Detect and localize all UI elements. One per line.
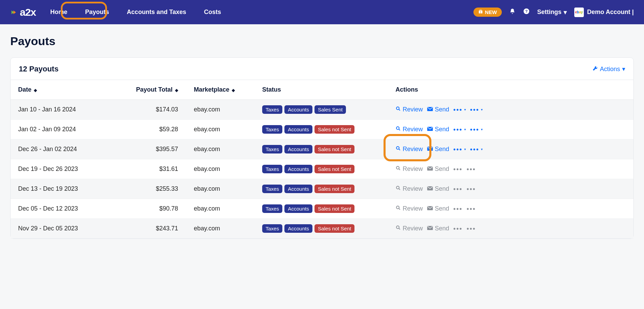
review-button[interactable]: Review	[395, 126, 423, 133]
more-menu-2: •••	[467, 166, 476, 173]
chevron-down-icon: ▾	[464, 108, 466, 111]
settings-label: Settings	[537, 9, 562, 16]
more-menu-1: •••	[453, 166, 462, 173]
table-row: Dec 05 - Dec 12 2023$90.78ebay.comTaxesA…	[11, 199, 633, 219]
main: Payouts 12 Payouts Actions ▾ Date ◆ Payo…	[0, 24, 644, 249]
help-icon[interactable]: ?	[523, 8, 530, 16]
cell-total: $255.33	[120, 179, 188, 199]
svg-line-22	[399, 189, 400, 190]
status-taxes: Taxes	[262, 165, 282, 173]
more-menu-2[interactable]: ••• ▾	[470, 106, 483, 113]
col-status: Status	[257, 80, 390, 100]
account-switcher[interactable]: ebay Demo Account |	[574, 8, 634, 17]
card-header: 12 Payouts Actions ▾	[11, 58, 633, 80]
sort-icon: ◆	[231, 88, 235, 93]
status-accounts: Accounts	[284, 204, 312, 213]
cell-date: Nov 29 - Dec 05 2023	[11, 219, 120, 239]
mail-icon	[427, 165, 433, 173]
wrench-icon	[592, 66, 598, 73]
status-taxes: Taxes	[262, 204, 282, 213]
status-accounts: Accounts	[284, 105, 312, 114]
more-menu-2[interactable]: ••• ▾	[470, 126, 483, 133]
cell-status: TaxesAccountsSales not Sent	[257, 179, 390, 199]
send-button[interactable]: Send	[427, 146, 449, 153]
table-row: Nov 29 - Dec 05 2023$243.71ebay.comTaxes…	[11, 219, 633, 239]
svg-point-18	[397, 166, 399, 169]
more-menu-1[interactable]: ••• ▾	[453, 106, 466, 113]
cell-date: Dec 19 - Dec 26 2023	[11, 159, 120, 179]
nav-costs[interactable]: Costs	[200, 6, 225, 18]
nav-accounts-taxes[interactable]: Accounts and Taxes	[123, 6, 190, 18]
search-icon	[395, 225, 401, 232]
settings-dropdown[interactable]: Settings ▾	[537, 9, 567, 16]
cell-date: Dec 26 - Jan 02 2024	[11, 139, 120, 159]
more-menu-1: •••	[453, 186, 462, 192]
cell-marketplace: ebay.com	[188, 219, 257, 239]
send-button[interactable]: Send	[427, 106, 449, 113]
cell-marketplace: ebay.com	[188, 139, 257, 159]
chevron-down-icon: ▾	[622, 65, 625, 73]
cell-actions: Review Send••• ▾••• ▾	[390, 139, 633, 159]
status-taxes: Taxes	[262, 145, 282, 153]
col-total[interactable]: Payout Total ◆	[120, 80, 188, 100]
card-title: 12 Payouts	[19, 65, 58, 73]
account-name: Demo Account |	[587, 9, 634, 16]
more-menu-1[interactable]: ••• ▾	[453, 126, 466, 133]
logo-text: a2x	[20, 6, 36, 18]
sort-icon: ◆	[174, 88, 178, 93]
table-row: Dec 26 - Jan 02 2024$395.57ebay.comTaxes…	[11, 139, 633, 159]
review-button[interactable]: Review	[395, 106, 423, 113]
mail-icon	[427, 185, 433, 192]
status-sales-sent: Sales Sent	[314, 105, 346, 114]
status-accounts: Accounts	[284, 165, 312, 173]
cell-marketplace: ebay.com	[188, 199, 257, 219]
status-accounts: Accounts	[284, 185, 312, 193]
svg-point-12	[397, 127, 399, 130]
status-sales-not-sent: Sales not Sent	[314, 185, 355, 193]
cell-total: $174.03	[120, 100, 188, 120]
col-marketplace[interactable]: Marketplace ◆	[188, 80, 257, 100]
col-actions: Actions	[390, 80, 633, 100]
send-button: Send	[427, 185, 449, 192]
svg-line-28	[399, 228, 400, 229]
notifications-icon[interactable]	[509, 8, 515, 16]
cell-date: Jan 02 - Jan 09 2024	[11, 120, 120, 139]
logo[interactable]: a2x	[10, 6, 36, 18]
more-menu-2: •••	[467, 225, 476, 232]
review-button[interactable]: Review	[395, 146, 423, 153]
send-button[interactable]: Send	[427, 126, 449, 133]
page-title: Payouts	[10, 35, 634, 48]
svg-line-19	[399, 169, 400, 170]
nav-right: NEW ? Settings ▾ ebay Demo Account |	[473, 8, 634, 17]
status-accounts: Accounts	[284, 145, 312, 153]
cell-status: TaxesAccountsSales not Sent	[257, 139, 390, 159]
more-menu-1[interactable]: ••• ▾	[453, 146, 466, 153]
new-badge[interactable]: NEW	[473, 8, 502, 17]
search-icon	[395, 165, 401, 173]
table-row: Jan 10 - Jan 16 2024$174.03ebay.comTaxes…	[11, 100, 633, 120]
chevron-down-icon: ▾	[564, 9, 567, 16]
payouts-table: Date ◆ Payout Total ◆ Marketplace ◆ Stat…	[11, 80, 633, 239]
more-menu-2[interactable]: ••• ▾	[470, 146, 483, 153]
cell-actions: Review Send••• ▾••• ▾	[390, 120, 633, 139]
table-row: Dec 19 - Dec 26 2023$31.61ebay.comTaxesA…	[11, 159, 633, 179]
cell-actions: Review Send••• ▾••• ▾	[390, 100, 633, 120]
sort-icon: ◆	[33, 88, 37, 93]
actions-dropdown[interactable]: Actions ▾	[592, 65, 625, 73]
cell-date: Dec 05 - Dec 12 2023	[11, 199, 120, 219]
svg-text:?: ?	[525, 9, 527, 13]
nav-payouts[interactable]: Payouts	[81, 6, 113, 18]
nav-links: Home Payouts Accounts and Taxes Costs	[46, 6, 225, 18]
col-date[interactable]: Date ◆	[11, 80, 120, 100]
svg-point-5	[479, 10, 480, 11]
navbar: a2x Home Payouts Accounts and Taxes Cost…	[0, 0, 644, 24]
chevron-down-icon: ▾	[481, 108, 483, 111]
nav-home[interactable]: Home	[46, 6, 71, 18]
cell-status: TaxesAccountsSales not Sent	[257, 199, 390, 219]
status-sales-not-sent: Sales not Sent	[314, 224, 355, 233]
send-button: Send	[427, 225, 449, 232]
send-button: Send	[427, 205, 449, 212]
svg-point-27	[397, 226, 399, 229]
cell-actions: Review Send••••••	[390, 159, 633, 179]
status-sales-not-sent: Sales not Sent	[314, 145, 355, 153]
